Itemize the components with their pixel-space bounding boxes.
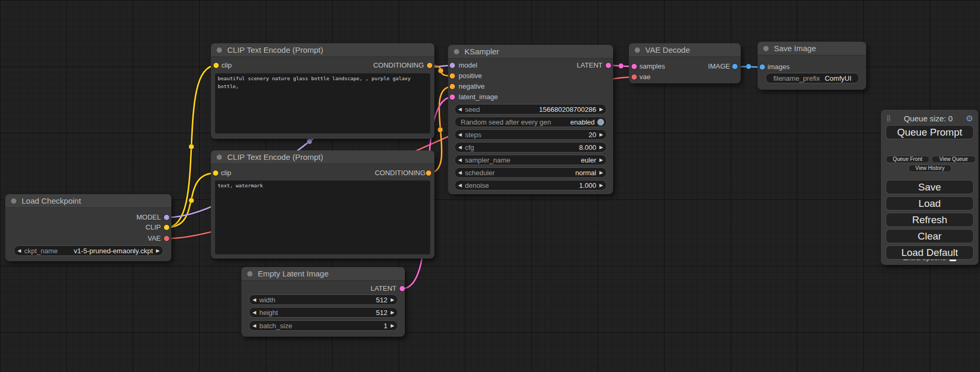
save-button[interactable]: Save <box>886 180 974 194</box>
node-title[interactable]: KSampler <box>448 45 613 59</box>
output-slot-clip[interactable] <box>164 225 169 230</box>
widget-ckpt-name[interactable]: ◀ ckpt_name v1-5-pruned-emaonly.ckpt ▶ <box>14 245 163 256</box>
increment-arrow-icon[interactable]: ▶ <box>596 180 606 190</box>
decrement-arrow-icon[interactable]: ◀ <box>249 308 259 317</box>
widget-height[interactable]: ◀ height 512 ▶ <box>249 307 398 318</box>
output-slot-vae[interactable] <box>164 236 169 241</box>
decrement-arrow-icon[interactable]: ◀ <box>455 104 465 114</box>
node-save-image[interactable]: Save Image images filename_prefix ComfyU… <box>758 42 866 90</box>
widget-label: seed <box>465 106 480 113</box>
input-slot-vae[interactable] <box>632 74 637 80</box>
decrement-arrow-icon[interactable]: ◀ <box>455 168 465 177</box>
output-label: CLIP <box>145 224 161 231</box>
widget-random-seed[interactable]: Random seed after every gen enabled <box>454 117 607 127</box>
node-vae-decode[interactable]: VAE Decode samples vae IMAGE <box>629 43 741 83</box>
load-default-button[interactable]: Load Default <box>886 245 974 260</box>
output-label: CONDITIONING <box>373 62 424 69</box>
queue-prompt-button[interactable]: Queue Prompt <box>886 125 974 139</box>
load-button[interactable]: Load <box>886 196 974 211</box>
decrement-arrow-icon[interactable]: ◀ <box>455 130 465 139</box>
collapse-dot-icon[interactable] <box>247 271 253 276</box>
widget-label: steps <box>465 131 481 139</box>
node-load-checkpoint[interactable]: Load Checkpoint MODEL CLIP VAE ◀ ckpt_na… <box>5 194 171 261</box>
widget-value: euler <box>581 156 596 164</box>
widget-scheduler[interactable]: ◀ scheduler normal ▶ <box>454 167 607 178</box>
node-title[interactable]: Empty Latent Image <box>241 267 405 281</box>
prompt-textarea[interactable]: text, watermark <box>215 180 430 254</box>
input-slot-images[interactable] <box>760 64 765 70</box>
output-slot-image[interactable] <box>732 64 738 69</box>
increment-arrow-icon[interactable]: ▶ <box>596 130 606 139</box>
decrement-arrow-icon[interactable]: ◀ <box>455 142 465 152</box>
decrement-arrow-icon[interactable]: ◀ <box>249 295 259 304</box>
increment-arrow-icon[interactable]: ▶ <box>596 155 606 165</box>
widget-batch-size[interactable]: ◀ batch_size 1 ▶ <box>249 320 398 331</box>
input-label: images <box>768 63 790 71</box>
node-title[interactable]: VAE Decode <box>629 43 741 57</box>
widget-steps[interactable]: ◀ steps 20 ▶ <box>454 129 607 140</box>
widget-value: v1-5-pruned-emaonly.ckpt <box>74 247 153 255</box>
node-ksampler[interactable]: KSampler model positive negative latent_… <box>448 45 613 194</box>
widget-label: scheduler <box>465 169 494 177</box>
increment-arrow-icon[interactable]: ▶ <box>387 295 397 304</box>
decrement-arrow-icon[interactable]: ◀ <box>455 155 465 165</box>
clear-button[interactable]: Clear <box>886 229 974 243</box>
widget-seed[interactable]: ◀ seed 156680208700286 ▶ <box>454 104 607 115</box>
output-slot-model[interactable] <box>164 215 169 220</box>
output-slot-conditioning[interactable] <box>426 170 431 176</box>
collapse-dot-icon[interactable] <box>11 198 16 204</box>
widget-sampler-name[interactable]: ◀ sampler_name euler ▶ <box>454 155 607 165</box>
collapse-dot-icon[interactable] <box>454 49 459 54</box>
increment-arrow-icon[interactable]: ▶ <box>387 308 397 317</box>
input-slot-negative[interactable] <box>450 84 455 89</box>
widget-denoise[interactable]: ◀ denoise 1.000 ▶ <box>454 180 607 190</box>
gear-icon[interactable]: ⚙ <box>966 113 973 123</box>
decrement-arrow-icon[interactable]: ◀ <box>14 246 24 255</box>
increment-arrow-icon[interactable]: ▶ <box>596 104 606 114</box>
increment-arrow-icon[interactable]: ▶ <box>387 321 397 330</box>
refresh-button[interactable]: Refresh <box>886 213 974 227</box>
input-slot-positive[interactable] <box>450 73 455 79</box>
node-empty-latent-image[interactable]: Empty Latent Image LATENT ◀ width 512 ▶ … <box>241 267 405 337</box>
view-queue-button[interactable]: View Queue <box>932 156 976 163</box>
collapse-dot-icon[interactable] <box>217 155 222 160</box>
node-clip-text-encode-positive[interactable]: CLIP Text Encode (Prompt) clip CONDITION… <box>211 43 434 139</box>
output-slot-conditioning[interactable] <box>427 63 432 68</box>
input-slot-latent-image[interactable] <box>450 94 455 100</box>
collapse-dot-icon[interactable] <box>635 47 640 53</box>
node-clip-text-encode-negative[interactable]: CLIP Text Encode (Prompt) clip CONDITION… <box>211 150 434 259</box>
input-label: samples <box>639 63 665 70</box>
input-slot-samples[interactable] <box>632 64 637 69</box>
decrement-arrow-icon[interactable]: ◀ <box>249 321 259 330</box>
toggle-icon[interactable] <box>597 119 604 126</box>
increment-arrow-icon[interactable]: ▶ <box>596 168 606 177</box>
widget-value: normal <box>575 169 596 177</box>
node-title[interactable]: Load Checkpoint <box>5 194 171 208</box>
increment-arrow-icon[interactable]: ▶ <box>153 246 163 255</box>
output-slot-latent[interactable] <box>606 63 611 68</box>
widget-cfg[interactable]: ◀ cfg 8.000 ▶ <box>454 142 607 152</box>
output-slot-latent[interactable] <box>400 286 405 291</box>
increment-arrow-icon[interactable]: ▶ <box>596 142 606 152</box>
drag-handle-icon[interactable]: ⣿ <box>886 115 891 122</box>
widget-filename-prefix[interactable]: filename_prefix ComfyUI <box>765 73 859 83</box>
input-slot-model[interactable] <box>450 63 455 68</box>
node-title[interactable]: CLIP Text Encode (Prompt) <box>211 43 434 57</box>
prompt-textarea[interactable]: beautiful scenery nature glass bottle la… <box>215 73 430 133</box>
collapse-dot-icon[interactable] <box>217 47 222 53</box>
node-title[interactable]: Save Image <box>758 42 866 55</box>
input-slot-clip[interactable] <box>214 63 219 68</box>
widget-label: batch_size <box>259 322 292 330</box>
widget-width[interactable]: ◀ width 512 ▶ <box>249 294 398 305</box>
queue-front-button[interactable]: Queue Front <box>886 156 929 163</box>
decrement-arrow-icon[interactable]: ◀ <box>455 180 465 190</box>
output-label: CONDITIONING <box>375 169 425 177</box>
widget-label: sampler_name <box>465 156 510 164</box>
input-slot-clip[interactable] <box>213 170 218 176</box>
collapse-dot-icon[interactable] <box>763 46 769 51</box>
widget-value: ComfyUI <box>824 74 859 82</box>
node-graph-canvas[interactable]: Load Checkpoint MODEL CLIP VAE ◀ ckpt_na… <box>0 0 980 372</box>
widget-value: 1.000 <box>579 182 596 189</box>
node-title[interactable]: CLIP Text Encode (Prompt) <box>211 150 434 164</box>
view-history-button[interactable]: View History <box>908 165 952 172</box>
